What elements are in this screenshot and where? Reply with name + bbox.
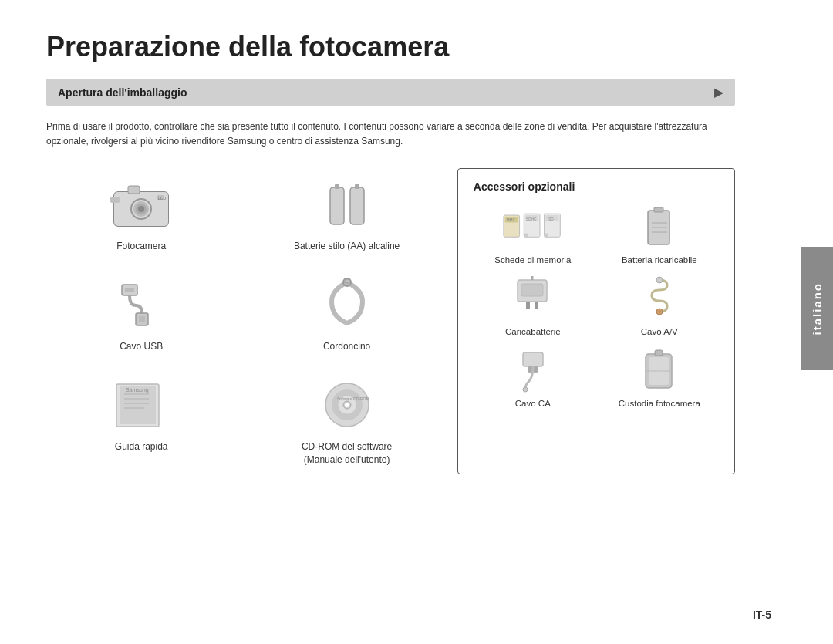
- accessories-title: Accessori opzionali: [474, 180, 719, 193]
- language-label: italiano: [811, 282, 824, 335]
- svg-rect-19: [345, 279, 349, 283]
- svg-rect-58: [534, 366, 538, 373]
- page-container: italiano Preparazione della fotocamera A…: [0, 0, 833, 644]
- svg-text:MMC: MMC: [506, 218, 515, 222]
- svg-rect-12: [350, 187, 364, 224]
- batteries-icon: [312, 176, 382, 234]
- svg-point-53: [656, 277, 663, 283]
- charger-label: Caricabatterie: [505, 327, 561, 336]
- memory-cards-label: Schede di memoria: [494, 255, 571, 265]
- accessories-box: Accessori opzionali MMC SDHC: [457, 168, 735, 474]
- section-header: Apertura dell'imballaggio ▶: [46, 79, 735, 106]
- svg-point-55: [658, 310, 661, 313]
- acc-memory-cards: MMC SDHC SD Schede: [474, 204, 592, 265]
- corner-tl: [12, 12, 27, 27]
- item-guide: Samsung Guida rapida: [46, 369, 236, 474]
- guide-label: Guida rapida: [115, 440, 168, 453]
- svg-rect-11: [335, 184, 339, 189]
- accessories-grid: MMC SDHC SD Schede: [474, 204, 719, 408]
- item-usb: Cavo USB: [46, 268, 236, 361]
- svg-rect-52: [521, 284, 543, 296]
- strap-label: Cordoncino: [323, 340, 370, 353]
- item-fotocamera: LCD Fotocamera: [46, 168, 236, 261]
- section-header-title: Apertura dell'imballaggio: [58, 86, 187, 99]
- svg-rect-45: [654, 207, 663, 212]
- batteries-label: Batterie stilo (AA) alcaline: [294, 240, 400, 253]
- corner-bl: [12, 617, 27, 632]
- av-cable-icon: [629, 276, 690, 322]
- page-number: IT-5: [753, 609, 771, 621]
- svg-rect-56: [523, 352, 543, 366]
- corner-br: [806, 617, 821, 632]
- svg-rect-7: [128, 186, 140, 194]
- camera-icon: LCD: [106, 176, 176, 234]
- svg-rect-10: [330, 187, 344, 224]
- camera-case-icon: [629, 348, 690, 394]
- svg-rect-51: [535, 302, 538, 309]
- description-text: Prima di usare il prodotto, controllare …: [46, 120, 735, 149]
- memory-cards-icon: MMC SDHC SD: [502, 204, 564, 251]
- charger-icon: [502, 276, 564, 322]
- svg-rect-15: [125, 288, 134, 292]
- svg-rect-2: [110, 197, 120, 203]
- item-batteries: Batterie stilo (AA) alcaline: [251, 168, 441, 261]
- acc-camera-case: Custodia fotocamera: [600, 348, 719, 408]
- ca-cable-label: Cavo CA: [515, 399, 551, 408]
- camera-label: Fotocamera: [116, 240, 166, 253]
- svg-point-6: [138, 206, 144, 212]
- section-arrow-icon: ▶: [714, 85, 723, 99]
- svg-text:SDHC: SDHC: [526, 217, 537, 221]
- svg-text:Software CD-ROM: Software CD-ROM: [337, 396, 369, 401]
- battery-label: Batteria ricaricabile: [622, 255, 697, 265]
- svg-rect-43: [544, 233, 548, 237]
- usb-cable-icon: [106, 276, 176, 334]
- svg-text:LCD: LCD: [158, 196, 166, 201]
- svg-point-59: [523, 387, 528, 392]
- main-content: LCD Fotocamera Batterie stilo (AA) al: [46, 168, 735, 474]
- svg-rect-13: [355, 184, 359, 189]
- rechargeable-battery-icon: [629, 204, 690, 251]
- svg-rect-39: [524, 233, 528, 237]
- item-strap: Cordoncino: [251, 268, 441, 361]
- ca-cable-icon: [502, 348, 564, 394]
- svg-rect-50: [526, 302, 530, 309]
- svg-text:SD: SD: [548, 217, 554, 221]
- camera-case-label: Custodia fotocamera: [619, 399, 700, 408]
- acc-av-cable: Cavo A/V: [600, 276, 719, 336]
- guide-icon: Samsung: [106, 376, 176, 434]
- page-title: Preparazione della fotocamera: [46, 31, 787, 63]
- language-tab: italiano: [801, 247, 833, 370]
- svg-rect-63: [655, 350, 663, 356]
- item-cdrom: Software CD-ROM CD-ROM del software(Manu…: [251, 369, 441, 474]
- acc-battery: Batteria ricaricabile: [600, 204, 719, 265]
- strap-icon: [312, 276, 382, 334]
- svg-text:Samsung: Samsung: [126, 387, 149, 393]
- usb-label: Cavo USB: [120, 340, 163, 353]
- cdrom-label: CD-ROM del software(Manuale dell'utente): [302, 440, 392, 467]
- corner-tr: [806, 12, 821, 27]
- acc-charger: Caricabatterie: [474, 276, 592, 336]
- av-cable-label: Cavo A/V: [641, 327, 678, 336]
- items-grid: LCD Fotocamera Batterie stilo (AA) al: [46, 168, 442, 474]
- svg-rect-17: [139, 316, 145, 322]
- acc-ca-cable: Cavo CA: [474, 348, 592, 408]
- svg-point-31: [345, 403, 349, 407]
- cdrom-icon: Software CD-ROM: [312, 376, 382, 434]
